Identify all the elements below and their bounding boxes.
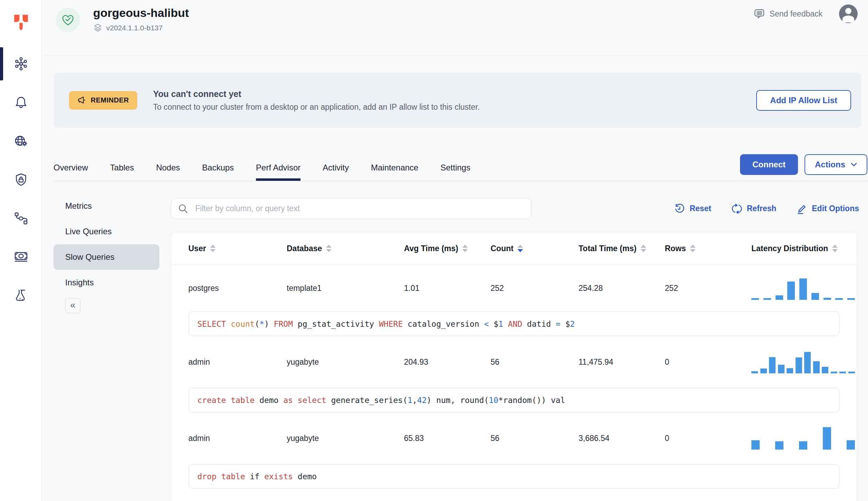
sidebar-item-labs[interactable] — [0, 276, 42, 315]
column-header-total-time-ms[interactable]: Total Time (ms) — [579, 244, 665, 253]
banner-description: To connect to your cluster from a deskto… — [153, 102, 480, 112]
tab-backups[interactable]: Backups — [202, 154, 234, 181]
sort-icon — [832, 245, 838, 252]
subnav-item-insights[interactable]: Insights — [53, 270, 159, 295]
tab-perf-advisor[interactable]: Perf Advisor — [256, 154, 300, 181]
edit-options-button[interactable]: Edit Options — [796, 203, 859, 214]
sidebar-item-alerts[interactable] — [0, 83, 42, 122]
cell-database: yugabyte — [287, 357, 404, 367]
column-header-rows[interactable]: Rows — [665, 244, 751, 253]
sql-token: datid — [527, 320, 556, 328]
query-row[interactable]: adminyugabyte65.83563,686.540 — [171, 412, 857, 464]
query-text: drop table if exists demo — [189, 464, 839, 489]
actions-button[interactable]: Actions — [805, 154, 867, 175]
search-icon — [178, 203, 188, 214]
sql-token: 10 — [489, 396, 499, 405]
sort-icon — [210, 245, 216, 252]
column-header-label: Total Time (ms) — [579, 244, 637, 253]
column-header-avg-time-ms[interactable]: Avg Time (ms) — [404, 244, 491, 253]
histogram-bar — [823, 427, 831, 450]
histogram-bar — [787, 282, 795, 300]
sidebar-item-billing[interactable] — [0, 238, 42, 276]
yugabyte-logo-icon[interactable] — [0, 0, 42, 45]
histogram-bar — [811, 293, 819, 300]
column-header-database[interactable]: Database — [287, 244, 404, 253]
subnav-item-live-queries[interactable]: Live Queries — [53, 219, 159, 244]
heart-check-icon — [61, 13, 75, 27]
subnav-list: MetricsLive QueriesSlow QueriesInsights — [53, 193, 159, 295]
tab-maintenance[interactable]: Maintenance — [371, 154, 418, 181]
sidebar-item-security[interactable] — [0, 160, 42, 199]
refresh-label: Refresh — [747, 204, 777, 213]
sql-token: 1 — [498, 320, 503, 328]
sql-token: *random()) val — [498, 396, 565, 405]
user-avatar[interactable] — [839, 4, 858, 23]
histogram-bar — [813, 361, 820, 373]
reset-label: Reset — [690, 204, 711, 213]
cell-count: 56 — [491, 434, 579, 443]
column-header-user[interactable]: User — [188, 244, 287, 253]
histogram-bar — [831, 372, 837, 373]
alerts-bell-icon — [13, 95, 29, 110]
page-title: gorgeous-halibut — [93, 6, 189, 20]
refresh-button[interactable]: Refresh — [731, 203, 777, 214]
megaphone-icon — [77, 96, 87, 105]
table-body: postgrestemplate11.01252254.28252SELECT … — [171, 265, 857, 489]
histogram-bar — [823, 298, 831, 300]
latency-histogram — [751, 427, 855, 450]
connect-button[interactable]: Connect — [740, 154, 798, 175]
tab-overview[interactable]: Overview — [53, 154, 88, 181]
reset-button[interactable]: Reset — [674, 203, 711, 214]
cell-user: admin — [188, 357, 287, 367]
sql-token: as — [283, 396, 298, 405]
column-header-label: User — [188, 244, 206, 253]
histogram-bar — [775, 441, 783, 450]
integrations-flow-icon — [13, 211, 29, 226]
sidebar-item-clusters[interactable] — [0, 45, 42, 83]
cell-total-time: 3,686.54 — [579, 434, 665, 443]
query-row[interactable]: adminyugabyte204.935611,475.940 — [171, 336, 857, 388]
filter-input[interactable] — [171, 198, 531, 219]
cluster-header: gorgeous-halibut v2024.1.1.0-b137 Send f… — [42, 0, 868, 56]
sql-token: $ — [565, 320, 570, 328]
add-ip-allow-list-button[interactable]: Add IP Allow List — [756, 90, 851, 111]
column-header-label: Avg Time (ms) — [404, 244, 458, 253]
actions-label: Actions — [815, 160, 845, 169]
histogram-bar — [751, 440, 760, 450]
sort-icon — [462, 245, 468, 252]
histogram-bar — [848, 372, 855, 373]
cluster-health-badge — [56, 8, 80, 32]
collapse-sidebar-button[interactable]: « — [65, 298, 80, 313]
sidebar-item-integrations[interactable] — [0, 199, 42, 238]
sql-token: 42 — [417, 396, 427, 405]
column-header-latency-distribution[interactable]: Latency Distribution — [751, 244, 855, 253]
feedback-bubble-icon — [754, 8, 765, 19]
sql-token: drop table — [197, 472, 250, 481]
histogram-bar — [847, 298, 855, 300]
cluster-version: v2024.1.1.0-b137 — [106, 24, 162, 32]
tab-activity[interactable]: Activity — [323, 154, 349, 181]
histogram-bar — [751, 298, 759, 300]
send-feedback-button[interactable]: Send feedback — [754, 8, 822, 19]
sql-token: demo — [259, 396, 283, 405]
reminder-badge: REMINDER — [69, 91, 137, 110]
column-header-count[interactable]: Count — [491, 244, 579, 253]
tab-tables[interactable]: Tables — [110, 154, 134, 181]
tab-nodes[interactable]: Nodes — [156, 154, 180, 181]
sidebar-item-network[interactable] — [0, 122, 42, 160]
sql-token: demo — [298, 472, 317, 481]
subnav-item-metrics[interactable]: Metrics — [53, 193, 159, 219]
sql-token: FROM — [274, 320, 298, 328]
edit-pencil-icon — [796, 203, 807, 214]
histogram-bar — [769, 357, 776, 373]
sql-token: * — [259, 320, 264, 328]
tab-settings[interactable]: Settings — [441, 154, 471, 181]
refresh-icon — [731, 203, 742, 214]
sql-token: catalog_version — [407, 320, 484, 328]
histogram-bar — [799, 278, 807, 300]
query-row[interactable]: postgrestemplate11.01252254.28252 — [171, 265, 857, 312]
subnav-item-slow-queries[interactable]: Slow Queries — [53, 244, 159, 270]
column-header-label: Latency Distribution — [751, 244, 828, 253]
labs-flask-icon — [13, 288, 29, 303]
query-text: SELECT count(*) FROM pg_stat_activity WH… — [189, 312, 839, 336]
